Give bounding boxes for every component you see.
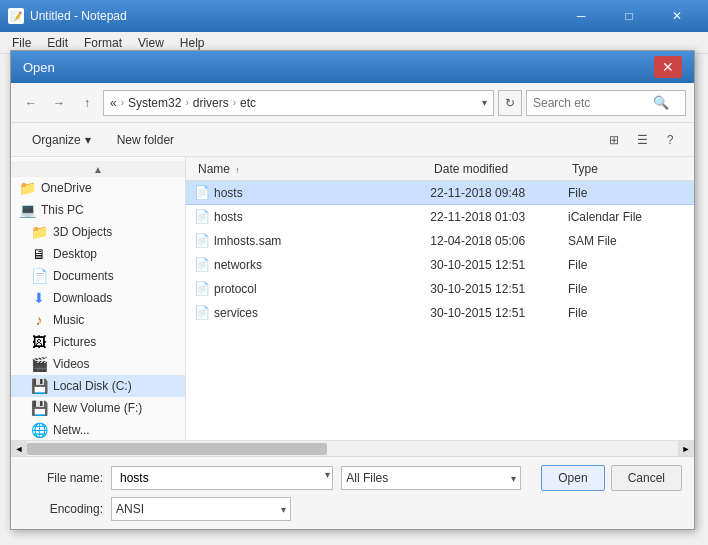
documents-icon: 📄 — [31, 268, 47, 284]
close-button[interactable]: ✕ — [654, 0, 700, 32]
breadcrumb-drivers[interactable]: drivers — [193, 96, 229, 110]
sidebar: ▲ 📁 OneDrive 💻 This PC 📁 3D Objects 🖥 De… — [11, 157, 186, 440]
sidebar-label-videos: Videos — [53, 357, 89, 371]
downloads-icon: ⬇ — [31, 290, 47, 306]
pictures-icon: 🖼 — [31, 334, 47, 350]
sidebar-item-network[interactable]: 🌐 Netw... — [11, 419, 185, 440]
table-row[interactable]: 📄services30-10-2015 12:51File — [186, 301, 694, 325]
filename-input-wrapper: ▾ — [111, 466, 333, 490]
search-button[interactable]: 🔍 — [653, 95, 669, 110]
menu-file[interactable]: File — [4, 34, 39, 52]
back-button[interactable]: ← — [19, 91, 43, 115]
help-button[interactable]: ? — [658, 128, 682, 152]
filename-input[interactable] — [116, 471, 308, 485]
file-name: hosts — [214, 210, 430, 224]
column-name[interactable]: Name ↑ — [194, 162, 430, 176]
table-row[interactable]: 📄lmhosts.sam12-04-2018 05:06SAM File — [186, 229, 694, 253]
cancel-button[interactable]: Cancel — [611, 465, 682, 491]
up-button[interactable]: ↑ — [75, 91, 99, 115]
view-grid-button[interactable]: ⊞ — [602, 128, 626, 152]
open-dialog: Open ✕ ← → ↑ « › System32 › drivers › et… — [10, 50, 695, 530]
sort-arrow-name: ↑ — [235, 166, 239, 175]
refresh-button[interactable]: ↻ — [498, 90, 522, 116]
bottom-bar: File name: ▾ All Files ▾ Open Cancel Enc… — [11, 456, 694, 529]
open-button[interactable]: Open — [541, 465, 604, 491]
sidebar-label-localdisk: Local Disk (C:) — [53, 379, 132, 393]
filename-label: File name: — [23, 471, 103, 485]
sidebar-label-downloads: Downloads — [53, 291, 112, 305]
videos-icon: 🎬 — [31, 356, 47, 372]
notepad-window: 📝 Untitled - Notepad ─ □ ✕ File Edit For… — [0, 0, 708, 545]
sidebar-item-downloads[interactable]: ⬇ Downloads — [11, 287, 185, 309]
menu-help[interactable]: Help — [172, 34, 213, 52]
table-row[interactable]: 📄hosts22-11-2018 01:03iCalendar File — [186, 205, 694, 229]
file-type: iCalendar File — [568, 210, 686, 224]
hscroll-track[interactable] — [27, 441, 678, 456]
menu-edit[interactable]: Edit — [39, 34, 76, 52]
organize-button[interactable]: Organize ▾ — [23, 128, 100, 152]
sidebar-item-3dobjects[interactable]: 📁 3D Objects — [11, 221, 185, 243]
sidebar-item-onedrive[interactable]: 📁 OneDrive — [11, 177, 185, 199]
horizontal-scrollbar[interactable]: ◄ ► — [11, 440, 694, 456]
file-name: services — [214, 306, 430, 320]
breadcrumb-current[interactable]: etc — [240, 96, 256, 110]
notepad-titlebar: 📝 Untitled - Notepad ─ □ ✕ — [0, 0, 708, 32]
newvolume-icon: 💾 — [31, 400, 47, 416]
sidebar-item-music[interactable]: ♪ Music — [11, 309, 185, 331]
sidebar-item-documents[interactable]: 📄 Documents — [11, 265, 185, 287]
column-type[interactable]: Type — [568, 162, 686, 176]
hscroll-left-button[interactable]: ◄ — [11, 441, 27, 457]
dialog-titlebar: Open ✕ — [11, 51, 694, 83]
sidebar-item-newvolume[interactable]: 💾 New Volume (F:) — [11, 397, 185, 419]
filetype-select[interactable]: All Files ▾ — [341, 466, 521, 490]
dialog-close-button[interactable]: ✕ — [654, 56, 682, 78]
file-type: File — [568, 306, 686, 320]
onedrive-icon: 📁 — [19, 180, 35, 196]
search-box: 🔍 — [526, 90, 686, 116]
music-icon: ♪ — [31, 312, 47, 328]
file-name: hosts — [214, 186, 430, 200]
thispc-icon: 💻 — [19, 202, 35, 218]
hscroll-thumb[interactable] — [27, 443, 327, 455]
column-date[interactable]: Date modified — [430, 162, 568, 176]
organize-label: Organize — [32, 133, 81, 147]
sidebar-item-pictures[interactable]: 🖼 Pictures — [11, 331, 185, 353]
toolbar: Organize ▾ New folder ⊞ ☰ ? — [11, 123, 694, 157]
hscroll-right-button[interactable]: ► — [678, 441, 694, 457]
new-folder-button[interactable]: New folder — [108, 128, 183, 152]
sidebar-item-localdisk[interactable]: 💾 Local Disk (C:) — [11, 375, 185, 397]
maximize-button[interactable]: □ — [606, 0, 652, 32]
breadcrumb-nav-left[interactable]: « — [110, 96, 117, 110]
encoding-dropdown-icon: ▾ — [281, 504, 286, 515]
sidebar-item-videos[interactable]: 🎬 Videos — [11, 353, 185, 375]
address-bar[interactable]: « › System32 › drivers › etc ▾ — [103, 90, 494, 116]
breadcrumb-sep-3: › — [233, 97, 236, 108]
dialog-title: Open — [23, 60, 654, 75]
file-date: 22-11-2018 01:03 — [430, 210, 568, 224]
table-row[interactable]: 📄hosts22-11-2018 09:48File — [186, 181, 694, 205]
table-row[interactable]: 📄protocol30-10-2015 12:51File — [186, 277, 694, 301]
forward-button[interactable]: → — [47, 91, 71, 115]
table-row[interactable]: 📄networks30-10-2015 12:51File — [186, 253, 694, 277]
encoding-select[interactable]: ANSI ▾ — [111, 497, 291, 521]
view-list-button[interactable]: ☰ — [630, 128, 654, 152]
action-buttons: Open Cancel — [541, 465, 682, 491]
minimize-button[interactable]: ─ — [558, 0, 604, 32]
file-type: File — [568, 258, 686, 272]
filename-dropdown-icon[interactable]: ▾ — [325, 469, 330, 480]
sidebar-item-desktop[interactable]: 🖥 Desktop — [11, 243, 185, 265]
address-dropdown-icon[interactable]: ▾ — [482, 97, 487, 108]
content-area: ▲ 📁 OneDrive 💻 This PC 📁 3D Objects 🖥 De… — [11, 157, 694, 440]
menu-view[interactable]: View — [130, 34, 172, 52]
sidebar-label-3dobjects: 3D Objects — [53, 225, 112, 239]
breadcrumb-system32[interactable]: System32 — [128, 96, 181, 110]
search-input[interactable] — [533, 96, 653, 110]
sidebar-scroll-up[interactable]: ▲ — [11, 161, 185, 177]
sidebar-label-pictures: Pictures — [53, 335, 96, 349]
file-date: 22-11-2018 09:48 — [430, 186, 568, 200]
sidebar-item-thispc[interactable]: 💻 This PC — [11, 199, 185, 221]
filename-row: File name: ▾ All Files ▾ Open Cancel — [23, 465, 682, 491]
organize-arrow: ▾ — [85, 133, 91, 147]
file-date: 30-10-2015 12:51 — [430, 258, 568, 272]
menu-format[interactable]: Format — [76, 34, 130, 52]
